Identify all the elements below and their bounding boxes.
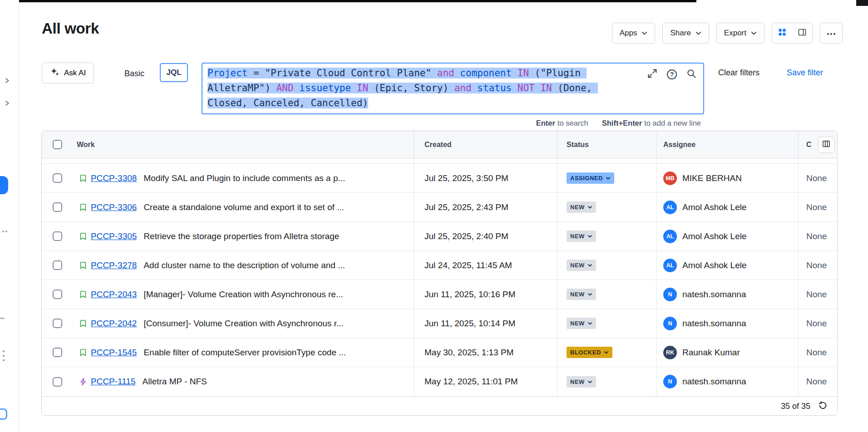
table-row[interactable]: PCCP-2042[Consumer]- Volume Creation wit… bbox=[42, 309, 837, 338]
chevron-down-icon bbox=[587, 204, 592, 211]
sidebar-item-partial bbox=[3, 350, 5, 361]
scrolled-row-sliver bbox=[42, 158, 837, 164]
status-badge[interactable]: NEW bbox=[567, 289, 596, 300]
apps-button[interactable]: Apps bbox=[612, 23, 656, 44]
detail-view-button[interactable] bbox=[792, 23, 812, 43]
assignee-name: Raunak Kumar bbox=[682, 348, 740, 358]
table-row[interactable]: PCCP-1545Enable filter of computeServer … bbox=[42, 338, 837, 367]
status-badge[interactable]: NEW bbox=[567, 231, 596, 242]
refresh-button[interactable] bbox=[818, 400, 828, 412]
extra-cell-value: None bbox=[806, 231, 827, 241]
clear-filters-button[interactable]: Clear filters bbox=[718, 68, 760, 78]
chevron-down-icon bbox=[604, 349, 609, 356]
more-icon bbox=[826, 30, 836, 37]
issue-summary: Enable filter of computeServer provision… bbox=[143, 348, 346, 358]
assignee-name: Amol Ashok Lele bbox=[682, 260, 747, 270]
chevron-down-icon bbox=[587, 291, 592, 298]
chevron-down-icon bbox=[641, 29, 647, 38]
hint-shift-key: Shift+Enter bbox=[602, 119, 642, 127]
column-header-extra[interactable]: C bbox=[806, 141, 812, 149]
table-row[interactable]: PCCP-1115Alletra MP - NFSMay 12, 2025, 1… bbox=[42, 367, 837, 396]
sidebar-item-partial bbox=[0, 318, 5, 319]
issue-summary: Create a standalone volume and export it… bbox=[143, 202, 344, 212]
sidebar-bottom-icon[interactable] bbox=[0, 408, 7, 420]
column-header-created[interactable]: Created bbox=[414, 131, 557, 158]
row-checkbox[interactable] bbox=[53, 202, 62, 212]
tab-jql[interactable]: JQL bbox=[160, 63, 188, 82]
column-header-work[interactable]: Work bbox=[73, 131, 414, 158]
sidebar-expand-chevron-icon[interactable] bbox=[4, 77, 10, 86]
issue-key-link[interactable]: PCCP-2043 bbox=[91, 290, 137, 299]
chevron-down-icon bbox=[587, 378, 592, 385]
hint-enter-text: to search bbox=[557, 119, 588, 127]
export-button[interactable]: Export bbox=[716, 23, 764, 44]
status-badge[interactable]: NEW bbox=[567, 201, 596, 213]
window-top-edge bbox=[17, 0, 696, 2]
status-label: NEW bbox=[570, 233, 585, 240]
work-table: Work Created Status Assignee C PCCP-3308… bbox=[41, 131, 838, 416]
issue-key-link[interactable]: PCCP-3306 bbox=[91, 202, 137, 212]
column-header-assignee[interactable]: Assignee bbox=[656, 131, 798, 158]
story-icon bbox=[79, 290, 88, 299]
select-all-checkbox[interactable] bbox=[53, 140, 62, 149]
issue-key-link[interactable]: PCCP-3278 bbox=[91, 260, 137, 270]
extra-cell-value: None bbox=[806, 348, 827, 358]
share-button[interactable]: Share bbox=[662, 23, 709, 44]
table-row[interactable]: PCCP-3305Retrieve the storage properties… bbox=[42, 222, 837, 251]
table-row[interactable]: PCCP-3308Modify SAL and Plugin to includ… bbox=[42, 164, 837, 193]
created-date: Jul 25, 2025, 2:40 PM bbox=[424, 231, 508, 241]
issue-summary: Modify SAL and Plugin to include comment… bbox=[143, 173, 345, 183]
refresh-icon bbox=[818, 400, 828, 412]
row-checkbox[interactable] bbox=[53, 290, 62, 299]
app-window: All work Apps Share Export Ask AI bbox=[0, 0, 868, 432]
epic-icon bbox=[79, 377, 88, 386]
issue-key-link[interactable]: PCCP-2042 bbox=[91, 319, 137, 329]
avatar: N bbox=[663, 288, 677, 301]
table-body: PCCP-3308Modify SAL and Plugin to includ… bbox=[42, 164, 837, 396]
save-filter-button[interactable]: Save filter bbox=[787, 68, 823, 78]
view-toggle bbox=[772, 23, 813, 44]
issue-key-link[interactable]: PCCP-3308 bbox=[91, 173, 137, 183]
status-badge[interactable]: NEW bbox=[567, 376, 596, 388]
issue-key-link[interactable]: PCCP-1115 bbox=[91, 377, 136, 387]
table-row[interactable]: PCCP-3306Create a standalone volume and … bbox=[42, 193, 837, 222]
status-badge[interactable]: NEW bbox=[567, 260, 596, 271]
row-checkbox[interactable] bbox=[53, 319, 62, 328]
help-icon[interactable]: ? bbox=[667, 69, 677, 79]
search-icon[interactable] bbox=[686, 68, 697, 81]
more-button[interactable] bbox=[820, 23, 843, 44]
row-checkbox[interactable] bbox=[53, 377, 62, 387]
row-checkbox[interactable] bbox=[53, 348, 62, 357]
chevron-down-icon bbox=[606, 175, 611, 182]
status-badge[interactable]: BLOCKED bbox=[567, 347, 612, 358]
status-badge[interactable]: ASSIGNED bbox=[567, 172, 614, 184]
column-header-status[interactable]: Status bbox=[557, 131, 656, 158]
sidebar-expand-chevron-icon[interactable] bbox=[4, 100, 10, 108]
status-label: BLOCKED bbox=[570, 349, 601, 356]
sidebar-active-item[interactable] bbox=[0, 176, 8, 194]
row-checkbox[interactable] bbox=[53, 231, 62, 241]
jql-editor[interactable]: Project = "Private Cloud Control Plane" … bbox=[202, 63, 704, 114]
story-icon bbox=[79, 319, 88, 328]
list-view-button[interactable] bbox=[772, 23, 792, 43]
chevron-down-icon bbox=[695, 29, 701, 38]
ask-ai-button[interactable]: Ask AI bbox=[42, 63, 94, 83]
story-icon bbox=[79, 348, 88, 357]
assignee-name: MIKE BERHAN bbox=[682, 173, 742, 183]
table-footer: 35 of 35 bbox=[42, 396, 837, 416]
table-row[interactable]: PCCP-2043[Manager]- Volume Creation with… bbox=[42, 280, 837, 309]
issue-key-link[interactable]: PCCP-3305 bbox=[91, 231, 137, 241]
export-button-label: Export bbox=[724, 29, 746, 38]
tab-basic[interactable]: Basic bbox=[119, 64, 150, 83]
issue-key-link[interactable]: PCCP-1545 bbox=[91, 348, 137, 358]
column-settings-button[interactable] bbox=[818, 137, 834, 153]
chevron-down-icon bbox=[587, 320, 592, 327]
row-checkbox[interactable] bbox=[53, 173, 62, 183]
avatar: AL bbox=[663, 230, 677, 243]
story-icon bbox=[79, 232, 88, 241]
status-badge[interactable]: NEW bbox=[567, 318, 596, 329]
table-row[interactable]: PCCP-3278Add cluster name to the descrip… bbox=[42, 251, 837, 280]
row-checkbox[interactable] bbox=[53, 260, 62, 270]
collapsed-sidebar bbox=[0, 0, 19, 432]
expand-icon[interactable] bbox=[647, 68, 658, 81]
